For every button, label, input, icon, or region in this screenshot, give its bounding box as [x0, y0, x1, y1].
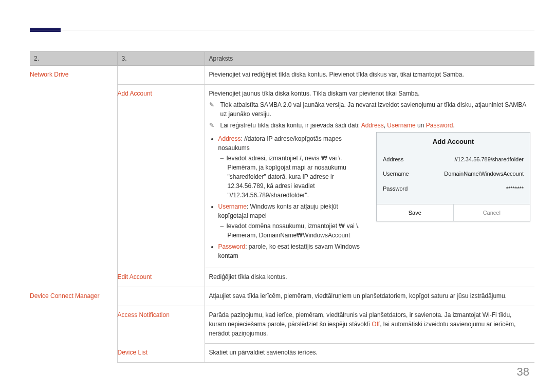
dialog-row-address: Address //12.34.56.789/sharedfolder	[383, 152, 524, 167]
add-account-desc: Pievienojiet jaunus tīkla diska kontus. …	[209, 89, 531, 98]
table-row: Device Connect Manager Atļaujiet sava tī…	[30, 287, 534, 306]
list-item: Ievadot adresi, izmantojiet /, nevis ₩ v…	[228, 154, 369, 200]
settings-table: 2. 3. Apraksts Network Drive Pievienojie…	[30, 51, 534, 363]
table-row: Network Drive Pievienojiet vai rediģējie…	[30, 66, 534, 85]
col-header-2: 3.	[117, 52, 205, 66]
save-button[interactable]: Save	[377, 204, 453, 221]
dialog-title: Add Account	[377, 133, 530, 150]
network-drive-desc: Pievienojiet vai rediģējiet tīkla diska …	[205, 66, 534, 85]
edit-account-desc: Rediģējiet tīkla diska kontus.	[205, 268, 534, 287]
note-text: Tiek atbalstīta SAMBA 2.0 vai jaunāka ve…	[220, 100, 531, 119]
table-header-row: 2. 3. Apraksts	[30, 52, 534, 66]
dialog-address-value[interactable]: //12.34.56.789/sharedfolder	[454, 155, 524, 164]
col-header-3: Apraksts	[205, 52, 534, 66]
edit-account-label: Edit Account	[118, 273, 152, 281]
pencil-icon: ✎	[209, 100, 216, 119]
cancel-button[interactable]: Cancel	[453, 204, 530, 221]
add-account-label: Add Account	[118, 90, 152, 97]
content: 2. 3. Apraksts Network Drive Pievienojie…	[30, 51, 534, 363]
list-item: Ievadot domēna nosaukumu, izmantojiet ₩ …	[228, 221, 369, 240]
add-account-dialog: Add Account Address //12.34.56.789/share…	[376, 132, 530, 221]
device-list-label: Device List	[118, 349, 148, 356]
list-item: Address: //datora IP adrese/kopīgotās ma…	[218, 134, 369, 200]
note: ✎ Tiek atbalstīta SAMBA 2.0 vai jaunāka …	[209, 100, 531, 119]
dialog-username-label: Username	[383, 170, 409, 178]
device-list-desc: Skatiet un pārvaldiet savienotās ierīces…	[205, 344, 534, 363]
pencil-icon: ✎	[209, 121, 216, 130]
page-number: 38	[517, 365, 529, 379]
header-rule	[30, 30, 534, 30]
list-item: Password: parole, ko esat iestatījis sav…	[218, 242, 369, 260]
list-item: Username: Windows konts ar atļauju piekļ…	[218, 202, 369, 240]
dialog-password-label: Password	[383, 184, 408, 193]
note: ✎ Lai reģistrētu tīkla diska kontu, ir j…	[209, 121, 531, 130]
access-notification-desc: Parāda paziņojumu, kad ierīce, piemēram,…	[205, 306, 534, 344]
field-list: Address: //datora IP adrese/kopīgotās ma…	[209, 134, 369, 260]
col-header-1: 2.	[30, 52, 117, 66]
dialog-address-label: Address	[383, 155, 403, 164]
network-drive-label: Network Drive	[30, 71, 68, 78]
dialog-row-username: Username DomainName\WindowsAccount	[383, 166, 524, 181]
device-connect-manager-label: Device Connect Manager	[30, 292, 99, 300]
dialog-row-password: Password ********	[383, 181, 524, 196]
page: 2. 3. Apraksts Network Drive Pievienojie…	[0, 0, 555, 392]
dialog-username-value[interactable]: DomainName\WindowsAccount	[444, 170, 524, 178]
note-text: Lai reģistrētu tīkla diska kontu, ir jāi…	[220, 121, 531, 130]
device-connect-manager-desc: Atļaujiet sava tīkla ierīcēm, piemēram, …	[205, 287, 534, 306]
access-notification-label: Access Notification	[118, 311, 170, 319]
dialog-password-value[interactable]: ********	[506, 184, 524, 193]
